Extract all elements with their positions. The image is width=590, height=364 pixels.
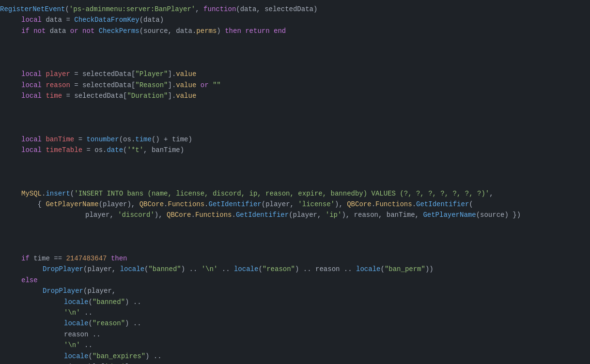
code-line-18: else bbox=[0, 275, 590, 286]
code-line-7: local time = selectedData["Duration"].va… bbox=[0, 91, 590, 101]
code-line-13: { GetPlayerName(player), QBCore.Function… bbox=[0, 199, 590, 210]
code-line-8 bbox=[0, 102, 590, 134]
code-line-5: local player = selectedData["Player"].va… bbox=[0, 69, 590, 79]
code-line-26: timeTable['day'] .. bbox=[0, 362, 590, 364]
code-line-17: DropPlayer(player, locale("banned") .. '… bbox=[0, 264, 590, 274]
code-line-2: local data = CheckDataFromKey(data) bbox=[0, 15, 590, 25]
code-line-1: RegisterNetEvent('ps-adminmenu:server:Ba… bbox=[0, 4, 590, 15]
code-line-15 bbox=[0, 221, 590, 253]
code-line-23: reason .. bbox=[0, 329, 590, 340]
code-line-12: MySQL.insert('INSERT INTO bans (name, li… bbox=[0, 188, 590, 199]
code-line-24: '\n' .. bbox=[0, 340, 590, 350]
code-line-4 bbox=[0, 36, 590, 69]
code-line-10: local timeTable = os.date('*t', banTime) bbox=[0, 145, 590, 155]
code-line-3: if not data or not CheckPerms(source, da… bbox=[0, 26, 590, 36]
code-line-21: '\n' .. bbox=[0, 307, 590, 318]
code-line-14: player, 'discord'), QBCore.Functions.Get… bbox=[0, 210, 590, 220]
code-line-20: locale("banned") .. bbox=[0, 297, 590, 307]
code-line-6: local reason = selectedData["Reason"].va… bbox=[0, 80, 590, 91]
code-line-19: DropPlayer(player, bbox=[0, 286, 590, 296]
code-line-25: locale("ban_expires") .. bbox=[0, 351, 590, 362]
code-line-22: locale("reason") .. bbox=[0, 318, 590, 329]
code-editor: RegisterNetEvent('ps-adminmenu:server:Ba… bbox=[0, 0, 590, 364]
code-line-16: if time == 2147483647 then bbox=[0, 253, 590, 264]
code-line-9: local banTime = tonumber(os.time() + tim… bbox=[0, 134, 590, 145]
code-line-11 bbox=[0, 155, 590, 188]
token: RegisterNetEvent bbox=[0, 4, 65, 15]
